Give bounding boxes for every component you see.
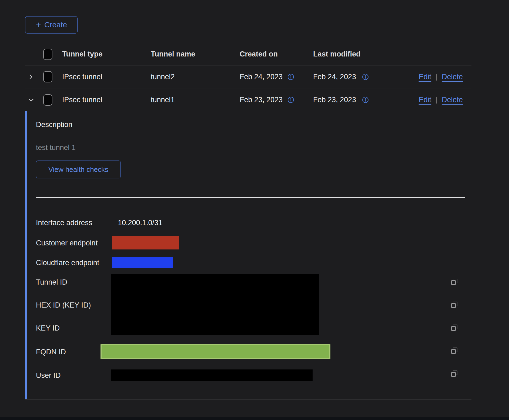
select-all-checkbox[interactable] bbox=[43, 49, 52, 60]
chevron-right-icon[interactable] bbox=[28, 74, 34, 80]
tunnel-name-cell: tunnel2 bbox=[151, 73, 240, 81]
interface-address-label: Interface address bbox=[36, 219, 92, 227]
hex-id-label: HEX ID (KEY ID) bbox=[36, 301, 91, 309]
edit-link[interactable]: Edit bbox=[419, 96, 431, 104]
copy-icon[interactable] bbox=[451, 278, 458, 286]
delete-link[interactable]: Delete bbox=[442, 73, 463, 81]
view-health-checks-button[interactable]: View health checks bbox=[36, 161, 121, 178]
panel-divider bbox=[36, 197, 465, 198]
table-header-row: Tunnel type Tunnel name Created on Last … bbox=[25, 43, 471, 65]
last-modified-cell: Feb 23, 2023 bbox=[313, 96, 356, 104]
info-icon[interactable] bbox=[362, 96, 369, 103]
view-health-checks-label: View health checks bbox=[48, 165, 108, 174]
chevron-down-icon[interactable] bbox=[28, 96, 35, 104]
info-icon[interactable] bbox=[287, 74, 294, 80]
header-tunnel-name: Tunnel name bbox=[151, 50, 240, 58]
copy-icon[interactable] bbox=[451, 347, 458, 355]
delete-link[interactable]: Delete bbox=[442, 96, 463, 104]
info-icon[interactable] bbox=[362, 74, 369, 80]
cloudflare-endpoint-label: Cloudflare endpoint bbox=[36, 259, 99, 267]
actions-separator: | bbox=[436, 96, 437, 104]
tunnel-name-cell: tunnel1 bbox=[151, 96, 240, 104]
create-button-label: Create bbox=[44, 21, 67, 29]
expanded-panel-bottom-border bbox=[25, 399, 471, 399]
customer-endpoint-label: Customer endpoint bbox=[36, 239, 98, 247]
ipsec-tunnels-page: + Create Tunnel type Tunnel name Created… bbox=[0, 0, 509, 420]
last-modified-cell: Feb 24, 2023 bbox=[313, 73, 356, 81]
actions-separator: | bbox=[436, 73, 437, 81]
viewport-bottom-edge bbox=[0, 417, 509, 420]
tunnels-table: Tunnel type Tunnel name Created on Last … bbox=[25, 43, 471, 111]
plus-icon: + bbox=[36, 20, 41, 29]
customer-endpoint-redacted-value bbox=[112, 236, 179, 249]
copy-icon[interactable] bbox=[451, 370, 458, 378]
table-row: IPsec tunnel tunnel1 Feb 23, 2023 Feb 23… bbox=[25, 88, 471, 111]
interface-address-value: 10.200.1.0/31 bbox=[118, 219, 162, 227]
key-id-label: KEY ID bbox=[36, 324, 60, 332]
row-checkbox[interactable] bbox=[43, 71, 52, 82]
row-checkbox[interactable] bbox=[43, 94, 52, 106]
copy-icon[interactable] bbox=[451, 324, 458, 332]
user-id-redacted-value bbox=[111, 369, 313, 381]
table-row: IPsec tunnel tunnel2 Feb 24, 2023 Feb 24… bbox=[25, 65, 471, 88]
header-created-on: Created on bbox=[240, 50, 278, 58]
header-tunnel-type: Tunnel type bbox=[62, 50, 151, 58]
header-last-modified: Last modified bbox=[313, 50, 361, 58]
fqdn-id-redacted-value bbox=[101, 344, 330, 359]
description-label: Description bbox=[36, 121, 72, 129]
fqdn-id-label: FQDN ID bbox=[36, 348, 66, 356]
tunnel-type-cell: IPsec tunnel bbox=[62, 96, 151, 104]
tunnel-id-label: Tunnel ID bbox=[36, 278, 67, 286]
info-icon[interactable] bbox=[287, 96, 294, 103]
expanded-row-accent-bar bbox=[25, 111, 27, 399]
edit-link[interactable]: Edit bbox=[419, 73, 431, 81]
description-value: test tunnel 1 bbox=[36, 144, 76, 152]
create-button[interactable]: + Create bbox=[25, 16, 78, 34]
tunnel-type-cell: IPsec tunnel bbox=[62, 73, 151, 81]
created-on-cell: Feb 24, 2023 bbox=[240, 73, 283, 81]
user-id-label: User ID bbox=[36, 371, 61, 380]
created-on-cell: Feb 23, 2023 bbox=[240, 96, 283, 104]
cloudflare-endpoint-redacted-value bbox=[112, 257, 173, 268]
copy-icon[interactable] bbox=[451, 301, 458, 309]
ids-redacted-value-block bbox=[111, 274, 319, 335]
